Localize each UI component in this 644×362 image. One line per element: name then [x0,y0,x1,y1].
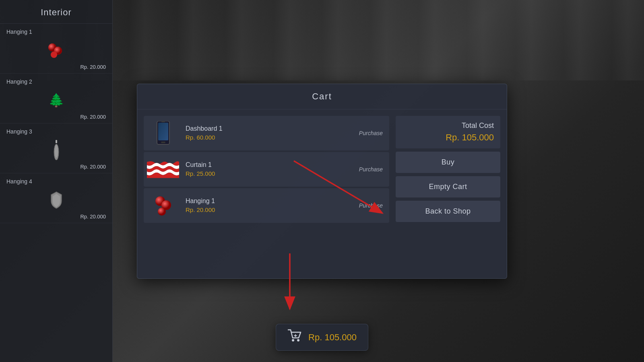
svg-rect-10 [161,142,165,143]
hanging-1-cart-icon [147,191,179,220]
cart-bar[interactable]: Rp. 105.000 [276,324,368,351]
cart-item-price: Rp. 25.000 [186,170,353,177]
cart-bar-price: Rp. 105.000 [308,332,357,343]
table-row: Dashboard 1 Rp. 60.000 Purchase [144,116,389,150]
cart-item-name: Dashboard 1 [186,125,353,132]
curtain-icon [147,155,179,183]
total-cost-box: Total Cost Rp. 105.000 [396,116,500,148]
cart-item-action: Purchase [359,166,383,173]
cart-dialog: Cart [137,84,507,279]
cart-item-info: Hanging 1 Rp. 20.000 [186,197,353,213]
svg-point-19 [292,339,294,341]
cart-item-action: Purchase [359,202,383,209]
cart-items-list: Dashboard 1 Rp. 60.000 Purchase [144,116,389,272]
cart-item-price: Rp. 20.000 [186,206,353,213]
cart-item-name: Curtain 1 [186,161,353,169]
total-cost-value: Rp. 105.000 [402,132,494,143]
dialog-overlay: Cart [0,0,644,362]
svg-rect-11 [161,121,165,122]
dialog-title: Cart [137,84,507,109]
total-cost-label: Total Cost [402,121,494,130]
dialog-body: Dashboard 1 Rp. 60.000 Purchase [137,109,507,278]
cart-item-action: Purchase [359,130,383,136]
svg-rect-9 [158,123,168,140]
cart-item-info: Curtain 1 Rp. 25.000 [186,161,353,177]
buy-button[interactable]: Buy [396,152,500,173]
dashboard-icon [147,119,179,147]
cart-icon [287,329,302,346]
svg-point-14 [158,208,166,216]
empty-cart-button[interactable]: Empty Cart [396,176,500,197]
svg-point-20 [297,339,299,341]
table-row: Hanging 1 Rp. 20.000 Purchase [144,188,389,223]
cart-item-price: Rp. 60.000 [186,134,353,141]
cart-item-info: Dashboard 1 Rp. 60.000 [186,125,353,141]
table-row: Curtain 1 Rp. 25.000 Purchase [144,152,389,187]
cart-right-panel: Total Cost Rp. 105.000 Buy Empty Cart Ba… [396,116,500,272]
cart-item-name: Hanging 1 [186,197,353,205]
back-to-shop-button[interactable]: Back to Shop [396,201,500,222]
